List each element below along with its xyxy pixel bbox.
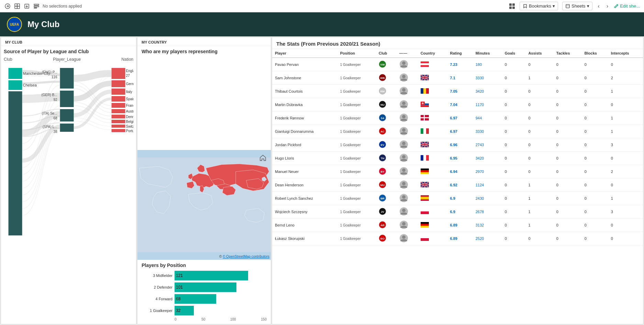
player-rating: 6.92 — [447, 178, 473, 192]
svg-text:27: 27 — [126, 74, 130, 78]
player-minutes: 2430 — [473, 192, 502, 205]
col-player[interactable]: Player — [272, 49, 337, 58]
bar-label-forward: 4 Forward — [142, 297, 173, 301]
player-assists: 0 — [525, 112, 553, 125]
app-title: My Club — [27, 20, 59, 29]
player-country-flag — [418, 152, 447, 165]
map-credit: © © OpenStreetMap contributors — [219, 255, 269, 258]
table-header-row: Player Position Club —— Country Rating M… — [272, 49, 643, 58]
svg-rect-117 — [421, 224, 429, 225]
col-tackles[interactable]: Tackles — [554, 49, 582, 58]
player-minutes: 3330 — [473, 71, 502, 85]
bar-track-goalkeeper: 32 — [175, 306, 267, 315]
player-avatar-cell — [397, 219, 418, 232]
player-assists: 0 — [525, 152, 553, 165]
player-club-logo: WB — [376, 71, 397, 85]
bookmarks-button[interactable]: Bookmarks ▾ — [520, 2, 558, 10]
player-intercepts: 3 — [608, 205, 643, 219]
svg-rect-93 — [421, 170, 429, 172]
col-minutes[interactable]: Minutes — [473, 49, 502, 58]
player-club-logo: MU — [376, 178, 397, 192]
club-bar-chelsea[interactable] — [9, 80, 22, 90]
player-blocks: 0 — [582, 165, 608, 178]
player-name: Manuel Neuer — [272, 165, 337, 178]
svg-text:RM: RM — [380, 90, 385, 93]
svg-text:Germany: Germany — [126, 82, 134, 86]
table-row: Dean Henderson 1 Goalkeeper MU 6.92 1124… — [272, 178, 643, 192]
stats-table-container[interactable]: Player Position Club —— Country Rating M… — [272, 49, 643, 324]
table-row: Hugo Lloris 1 Goalkeeper TH 6.95 3420 0 … — [272, 152, 643, 165]
player-assists: 0 — [525, 85, 553, 98]
export-icon[interactable] — [23, 3, 30, 10]
player-blocks: 0 — [582, 192, 608, 205]
svg-rect-92 — [421, 169, 429, 170]
player-goals: 0 — [502, 192, 526, 205]
svg-rect-11 — [509, 7, 512, 9]
col-rating[interactable]: Rating — [447, 49, 473, 58]
smart-search-icon[interactable] — [33, 3, 40, 10]
axis-100: 100 — [230, 317, 236, 321]
player-blocks: 0 — [582, 152, 608, 165]
table-row: Sam Johnstone 1 Goalkeeper WB 7.1 3330 0… — [272, 71, 643, 85]
player-avatar-cell — [397, 178, 418, 192]
toolbar-right: Bookmarks ▾ Sheets ▾ ‹ › Edit she... — [509, 2, 640, 11]
player-avatar-cell — [397, 232, 418, 245]
svg-text:Portugal: Portugal — [126, 129, 134, 133]
player-goals: 0 — [502, 71, 526, 85]
player-goals: 0 — [502, 165, 526, 178]
svg-point-90 — [402, 169, 406, 172]
player-name: Hugo Lloris — [272, 152, 337, 165]
player-minutes: 3330 — [473, 125, 502, 138]
club-bar-mancity[interactable] — [9, 68, 22, 79]
nation-bar-eng — [112, 68, 125, 79]
col-assists[interactable]: Assists — [525, 49, 553, 58]
player-rating: 7.23 — [447, 58, 473, 71]
svg-text:Austria: Austria — [126, 109, 134, 113]
col-position[interactable]: Position — [337, 49, 376, 58]
sheets-button[interactable]: Sheets ▾ — [562, 2, 592, 10]
player-blocks: 0 — [582, 112, 608, 125]
map-credit-link[interactable]: © OpenStreetMap contributors — [223, 255, 269, 258]
player-intercepts: 1 — [608, 125, 643, 138]
player-name: Jordan Pickford — [272, 138, 337, 152]
player-blocks: 0 — [582, 98, 608, 112]
nav-prev-button[interactable]: ‹ — [597, 2, 601, 11]
player-assists: 1 — [525, 178, 553, 192]
player-club-logo: EV — [376, 138, 397, 152]
player-rating: 7.05 — [447, 85, 473, 98]
player-name: Gianluigi Donnarumma — [272, 125, 337, 138]
svg-rect-72 — [421, 128, 423, 134]
player-assists: 0 — [525, 232, 553, 245]
nation-bar-swi — [112, 125, 125, 128]
player-country-flag — [418, 98, 447, 112]
col-blocks[interactable]: Blocks — [582, 49, 608, 58]
svg-rect-50 — [421, 88, 423, 94]
club-bar-rest — [9, 91, 22, 235]
col-goals[interactable]: Goals — [502, 49, 526, 58]
map-home-icon[interactable] — [259, 154, 267, 163]
player-country-flag — [418, 165, 447, 178]
middle-panel: MY COUNTRY Who are my players representi… — [137, 37, 271, 324]
player-intercepts: 3 — [608, 138, 643, 152]
selection-back-icon[interactable] — [4, 3, 11, 10]
bar-fill-midfielder: 121 — [175, 271, 248, 280]
svg-rect-84 — [421, 155, 423, 161]
player-rating: 7.1 — [447, 71, 473, 85]
player-name: Wojciech Szczęsny — [272, 205, 337, 219]
svg-rect-74 — [426, 128, 429, 134]
edit-sheet-button[interactable]: Edit she... — [614, 3, 640, 9]
player-position: 1 Goalkeeper — [337, 85, 376, 98]
col-intercepts[interactable]: Intercepts — [608, 49, 643, 58]
nav-next-button[interactable]: › — [605, 2, 610, 11]
player-minutes: 1170 — [473, 98, 502, 112]
selection-forward-icon[interactable] — [14, 3, 21, 10]
axis-0: 0 — [175, 317, 177, 321]
player-intercepts: 1 — [608, 192, 643, 205]
col-country[interactable]: Country — [418, 49, 447, 58]
player-tackles: 0 — [554, 192, 582, 205]
svg-rect-12 — [512, 7, 515, 9]
player-avatar-cell — [397, 138, 418, 152]
col-club[interactable]: Club — [376, 49, 397, 58]
table-row: Bernd Leno 1 Goalkeeper AR 6.89 3132 0 1… — [272, 219, 643, 232]
grid-icon[interactable] — [509, 3, 515, 10]
